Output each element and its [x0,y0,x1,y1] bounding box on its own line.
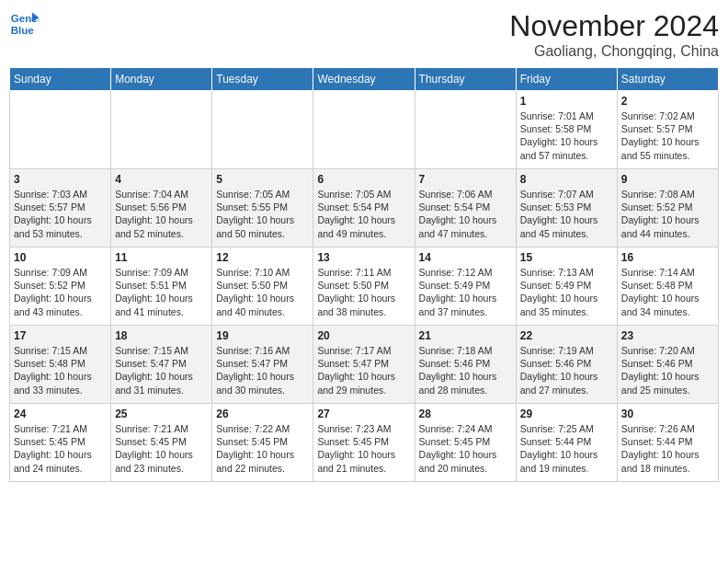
day-number: 13 [317,251,410,264]
day-info: Sunrise: 7:05 AM Sunset: 5:55 PM Dayligh… [216,188,309,240]
day-number: 26 [216,408,309,420]
day-cell: 3Sunrise: 7:03 AM Sunset: 5:57 PM Daylig… [10,169,111,247]
day-number: 27 [317,408,410,420]
day-number: 23 [621,329,714,342]
day-cell: 13Sunrise: 7:11 AM Sunset: 5:50 PM Dayli… [313,247,415,326]
day-info: Sunrise: 7:13 AM Sunset: 5:49 PM Dayligh… [520,266,613,318]
day-number: 1 [520,95,613,108]
day-cell: 17Sunrise: 7:15 AM Sunset: 5:48 PM Dayli… [10,326,111,404]
day-number: 30 [621,408,714,420]
day-cell: 4Sunrise: 7:04 AM Sunset: 5:56 PM Daylig… [111,169,212,247]
day-number: 22 [520,329,613,342]
day-cell: 26Sunrise: 7:22 AM Sunset: 5:45 PM Dayli… [212,404,313,482]
day-info: Sunrise: 7:02 AM Sunset: 5:57 PM Dayligh… [621,109,714,162]
day-info: Sunrise: 7:25 AM Sunset: 5:44 PM Dayligh… [520,422,613,475]
day-info: Sunrise: 7:20 AM Sunset: 5:46 PM Dayligh… [621,344,714,396]
day-cell: 22Sunrise: 7:19 AM Sunset: 5:46 PM Dayli… [516,326,617,404]
day-info: Sunrise: 7:19 AM Sunset: 5:46 PM Dayligh… [520,344,613,396]
day-number: 29 [520,408,613,420]
day-cell: 15Sunrise: 7:13 AM Sunset: 5:49 PM Dayli… [516,247,617,326]
day-cell: 30Sunrise: 7:26 AM Sunset: 5:44 PM Dayli… [617,404,718,482]
page-header: General Blue November 2024 Gaoliang, Cho… [9,9,719,60]
day-cell [111,91,212,169]
day-info: Sunrise: 7:01 AM Sunset: 5:58 PM Dayligh… [520,109,613,162]
day-info: Sunrise: 7:15 AM Sunset: 5:47 PM Dayligh… [115,344,208,396]
day-cell [313,91,415,169]
day-cell: 23Sunrise: 7:20 AM Sunset: 5:46 PM Dayli… [617,326,718,404]
col-header-thursday: Thursday [415,68,516,91]
day-number: 25 [115,408,208,420]
day-number: 7 [419,173,512,186]
day-number: 5 [216,173,309,186]
day-number: 9 [621,173,714,186]
day-cell: 9Sunrise: 7:08 AM Sunset: 5:52 PM Daylig… [617,169,718,247]
day-number: 18 [115,329,208,342]
day-number: 8 [520,173,613,186]
week-row-5: 24Sunrise: 7:21 AM Sunset: 5:45 PM Dayli… [10,404,719,482]
day-info: Sunrise: 7:09 AM Sunset: 5:51 PM Dayligh… [115,266,208,318]
day-number: 17 [14,329,107,342]
day-cell: 18Sunrise: 7:15 AM Sunset: 5:47 PM Dayli… [111,326,212,404]
location-title: Gaoliang, Chongqing, China [509,43,719,60]
day-cell: 1Sunrise: 7:01 AM Sunset: 5:58 PM Daylig… [516,91,617,169]
day-info: Sunrise: 7:23 AM Sunset: 5:45 PM Dayligh… [317,422,410,475]
title-block: November 2024 Gaoliang, Chongqing, China [509,9,719,60]
day-info: Sunrise: 7:08 AM Sunset: 5:52 PM Dayligh… [621,188,714,240]
day-cell: 7Sunrise: 7:06 AM Sunset: 5:54 PM Daylig… [415,169,516,247]
col-header-tuesday: Tuesday [212,68,313,91]
day-number: 11 [115,251,208,264]
calendar-header-row: SundayMondayTuesdayWednesdayThursdayFrid… [10,68,719,91]
day-info: Sunrise: 7:11 AM Sunset: 5:50 PM Dayligh… [317,266,410,318]
day-cell: 27Sunrise: 7:23 AM Sunset: 5:45 PM Dayli… [313,404,415,482]
day-cell: 24Sunrise: 7:21 AM Sunset: 5:45 PM Dayli… [10,404,111,482]
day-info: Sunrise: 7:10 AM Sunset: 5:50 PM Dayligh… [216,266,309,318]
day-info: Sunrise: 7:21 AM Sunset: 5:45 PM Dayligh… [115,422,208,475]
day-info: Sunrise: 7:18 AM Sunset: 5:46 PM Dayligh… [419,344,512,396]
calendar-table: SundayMondayTuesdayWednesdayThursdayFrid… [9,67,719,482]
col-header-sunday: Sunday [10,68,111,91]
day-info: Sunrise: 7:09 AM Sunset: 5:52 PM Dayligh… [14,266,107,318]
day-info: Sunrise: 7:14 AM Sunset: 5:48 PM Dayligh… [621,266,714,318]
day-info: Sunrise: 7:17 AM Sunset: 5:47 PM Dayligh… [317,344,410,396]
week-row-4: 17Sunrise: 7:15 AM Sunset: 5:48 PM Dayli… [10,326,719,404]
day-number: 20 [317,329,410,342]
col-header-saturday: Saturday [617,68,718,91]
day-info: Sunrise: 7:26 AM Sunset: 5:44 PM Dayligh… [621,422,714,475]
day-cell [212,91,313,169]
day-info: Sunrise: 7:24 AM Sunset: 5:45 PM Dayligh… [419,422,512,475]
day-number: 28 [419,408,512,420]
day-cell: 6Sunrise: 7:05 AM Sunset: 5:54 PM Daylig… [313,169,415,247]
logo: General Blue [9,9,39,39]
day-cell: 8Sunrise: 7:07 AM Sunset: 5:53 PM Daylig… [516,169,617,247]
day-cell: 21Sunrise: 7:18 AM Sunset: 5:46 PM Dayli… [415,326,516,404]
logo-icon: General Blue [9,9,39,39]
day-info: Sunrise: 7:04 AM Sunset: 5:56 PM Dayligh… [115,188,208,240]
day-number: 19 [216,329,309,342]
day-cell: 12Sunrise: 7:10 AM Sunset: 5:50 PM Dayli… [212,247,313,326]
day-info: Sunrise: 7:22 AM Sunset: 5:45 PM Dayligh… [216,422,309,475]
day-cell: 14Sunrise: 7:12 AM Sunset: 5:49 PM Dayli… [415,247,516,326]
day-info: Sunrise: 7:15 AM Sunset: 5:48 PM Dayligh… [14,344,107,396]
week-row-3: 10Sunrise: 7:09 AM Sunset: 5:52 PM Dayli… [10,247,719,326]
day-cell [10,91,111,169]
day-info: Sunrise: 7:12 AM Sunset: 5:49 PM Dayligh… [419,266,512,318]
day-number: 16 [621,251,714,264]
week-row-2: 3Sunrise: 7:03 AM Sunset: 5:57 PM Daylig… [10,169,719,247]
week-row-1: 1Sunrise: 7:01 AM Sunset: 5:58 PM Daylig… [10,91,719,169]
day-number: 12 [216,251,309,264]
day-cell: 28Sunrise: 7:24 AM Sunset: 5:45 PM Dayli… [415,404,516,482]
day-info: Sunrise: 7:05 AM Sunset: 5:54 PM Dayligh… [317,188,410,240]
day-number: 6 [317,173,410,186]
day-cell: 29Sunrise: 7:25 AM Sunset: 5:44 PM Dayli… [516,404,617,482]
day-number: 14 [419,251,512,264]
day-cell: 2Sunrise: 7:02 AM Sunset: 5:57 PM Daylig… [617,91,718,169]
day-cell [415,91,516,169]
col-header-wednesday: Wednesday [313,68,415,91]
day-number: 15 [520,251,613,264]
day-info: Sunrise: 7:06 AM Sunset: 5:54 PM Dayligh… [419,188,512,240]
day-cell: 11Sunrise: 7:09 AM Sunset: 5:51 PM Dayli… [111,247,212,326]
svg-text:Blue: Blue [11,25,35,36]
day-info: Sunrise: 7:03 AM Sunset: 5:57 PM Dayligh… [14,188,107,240]
day-cell: 16Sunrise: 7:14 AM Sunset: 5:48 PM Dayli… [617,247,718,326]
day-info: Sunrise: 7:16 AM Sunset: 5:47 PM Dayligh… [216,344,309,396]
